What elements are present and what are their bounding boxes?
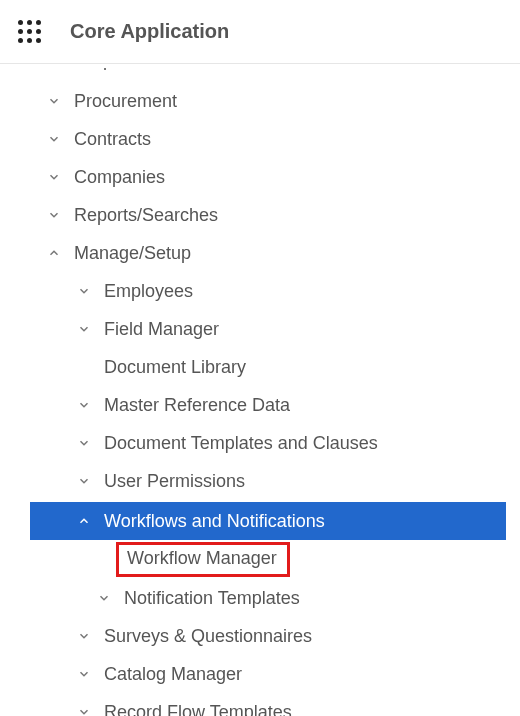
- nav-item-requests[interactable]: Requests: [0, 68, 520, 82]
- nav-item-document-templates[interactable]: Document Templates and Clauses: [0, 424, 520, 462]
- chevron-down-icon: [44, 132, 64, 146]
- nav-label: User Permissions: [104, 471, 245, 492]
- nav-item-companies[interactable]: Companies: [0, 158, 520, 196]
- nav-item-record-flow[interactable]: Record Flow Templates: [0, 693, 520, 716]
- app-header: Core Application: [0, 0, 520, 64]
- nav-item-user-permissions[interactable]: User Permissions: [0, 462, 520, 500]
- nav-label: Reports/Searches: [74, 205, 218, 226]
- nav-item-manage[interactable]: Manage/Setup: [0, 234, 520, 272]
- app-title: Core Application: [70, 20, 229, 43]
- nav-label: Workflows and Notifications: [104, 511, 325, 532]
- nav-label: Document Templates and Clauses: [104, 433, 378, 454]
- nav-item-master-reference[interactable]: Master Reference Data: [0, 386, 520, 424]
- chevron-down-icon: [94, 591, 114, 605]
- nav-item-contracts[interactable]: Contracts: [0, 120, 520, 158]
- apps-grid-icon[interactable]: [18, 20, 42, 44]
- nav-label: Requests: [74, 68, 150, 71]
- nav-label: Procurement: [74, 91, 177, 112]
- nav-label: Employees: [104, 281, 193, 302]
- nav-label: Surveys & Questionnaires: [104, 626, 312, 647]
- side-navigation: Requests Procurement Contracts Companies…: [0, 64, 520, 716]
- nav-item-reports[interactable]: Reports/Searches: [0, 196, 520, 234]
- nav-label: Companies: [74, 167, 165, 188]
- chevron-down-icon: [74, 667, 94, 681]
- nav-label: Notification Templates: [124, 588, 300, 609]
- chevron-down-icon: [74, 629, 94, 643]
- nav-item-notification-templates[interactable]: Notification Templates: [0, 579, 520, 617]
- nav-item-surveys[interactable]: Surveys & Questionnaires: [0, 617, 520, 655]
- nav-label: Master Reference Data: [104, 395, 290, 416]
- chevron-down-icon: [74, 705, 94, 716]
- chevron-up-icon: [44, 246, 64, 260]
- nav-item-employees[interactable]: Employees: [0, 272, 520, 310]
- nav-label: Record Flow Templates: [104, 702, 292, 717]
- nav-item-workflows[interactable]: Workflows and Notifications: [30, 502, 506, 540]
- nav-item-procurement[interactable]: Procurement: [0, 82, 520, 120]
- chevron-down-icon: [74, 284, 94, 298]
- nav-label: Workflow Manager: [127, 548, 277, 568]
- nav-label: Manage/Setup: [74, 243, 191, 264]
- chevron-down-icon: [44, 94, 64, 108]
- chevron-down-icon: [74, 474, 94, 488]
- nav-item-workflow-manager-highlight[interactable]: Workflow Manager: [116, 542, 290, 577]
- nav-label: Contracts: [74, 129, 151, 150]
- nav-label: Field Manager: [104, 319, 219, 340]
- chevron-down-icon: [74, 436, 94, 450]
- nav-label: Document Library: [104, 357, 246, 378]
- chevron-down-icon: [44, 208, 64, 222]
- nav-item-catalog-manager[interactable]: Catalog Manager: [0, 655, 520, 693]
- chevron-down-icon: [44, 170, 64, 184]
- chevron-down-icon: [74, 398, 94, 412]
- nav-item-document-library[interactable]: Document Library: [0, 348, 520, 386]
- chevron-down-icon: [74, 322, 94, 336]
- nav-label: Catalog Manager: [104, 664, 242, 685]
- chevron-up-icon: [74, 514, 94, 528]
- nav-item-field-manager[interactable]: Field Manager: [0, 310, 520, 348]
